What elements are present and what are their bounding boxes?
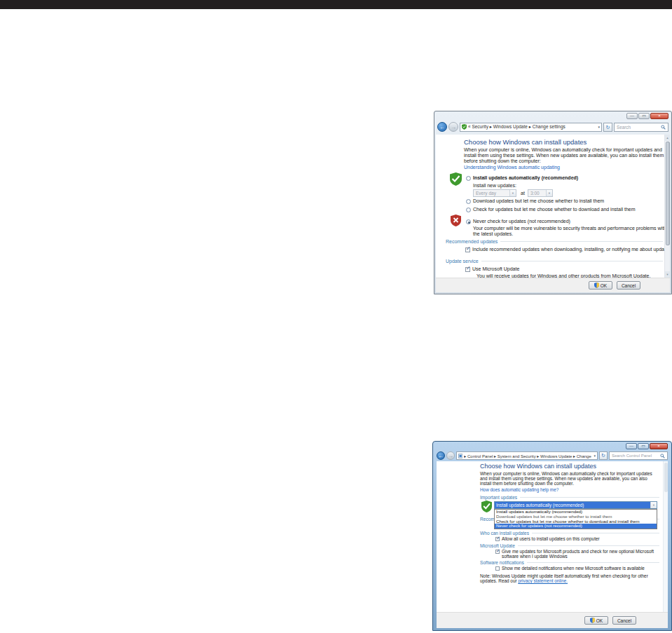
radio-check-updates[interactable] — [466, 207, 471, 212]
cancel-button-label: Cancel — [622, 283, 636, 288]
green-shield-check-icon — [481, 501, 492, 512]
ok-button-label: OK — [596, 618, 603, 623]
dropdown-option[interactable]: Install updates automatically (recommend… — [495, 510, 657, 515]
intro-text: When your computer is online, Windows ca… — [480, 471, 657, 486]
chevron-down-icon: ▾ — [546, 190, 552, 196]
window-change-settings-win7: — ▭ × ← → ▸ Control Panel ▸ System and S… — [432, 441, 672, 631]
minimize-icon[interactable]: — — [626, 113, 638, 119]
radio-download-updates-label: Download updates but let me choose wheth… — [473, 198, 604, 203]
important-updates-select[interactable]: Install updates automatically (recommend… — [494, 501, 657, 509]
search-placeholder: Search — [617, 125, 631, 130]
important-updates-dropdown-list: Install updates automatically (recommend… — [494, 509, 657, 529]
forward-button[interactable]: → — [448, 122, 458, 132]
address-bar[interactable]: « Security ▸ Windows Update ▸ Change set… — [460, 123, 602, 132]
maximize-icon[interactable]: ▭ — [638, 113, 650, 119]
section-rule — [481, 261, 663, 261]
vertical-scrollbar[interactable]: ▲ ▼ — [664, 135, 670, 278]
checkbox-allow-all-users[interactable]: ✓ — [495, 537, 500, 541]
scrollbar-thumb[interactable] — [664, 463, 668, 492]
time-value: 3:00 — [530, 191, 540, 196]
address-dropdown-icon[interactable]: ▾ — [598, 125, 600, 129]
breadcrumb[interactable]: ▸ Control Panel ▸ System and Security ▸ … — [464, 454, 592, 458]
help-link[interactable]: Understanding Windows automatic updating — [464, 165, 560, 170]
scroll-down-icon[interactable]: ▼ — [665, 271, 670, 278]
cancel-button-label: Cancel — [617, 618, 631, 623]
help-link[interactable]: How does automatic updating help me? — [480, 487, 558, 492]
page-title: Choose how Windows can install updates — [480, 463, 596, 470]
ok-button[interactable]: OK — [584, 616, 608, 625]
chevron-down-icon: ▾ — [650, 502, 657, 508]
checkbox-microsoft-products-label: Give me updates for Microsoft products a… — [502, 549, 661, 559]
checkbox-use-microsoft-update-label: Use Microsoft Update — [472, 266, 519, 271]
minimize-icon[interactable]: — — [626, 443, 637, 449]
install-new-updates-label: Install new updates: — [473, 183, 516, 188]
settings-content: Choose how Windows can install updates W… — [437, 461, 668, 612]
breadcrumb[interactable]: « Security ▸ Windows Update ▸ Change set… — [468, 124, 565, 130]
control-panel-icon — [458, 454, 462, 458]
close-icon[interactable]: × — [650, 113, 668, 119]
back-button[interactable]: ← — [437, 122, 447, 132]
refresh-button[interactable]: ↻ — [603, 123, 612, 132]
section-microsoft-update: Microsoft Update — [480, 543, 659, 548]
address-bar[interactable]: ▸ Control Panel ▸ System and Security ▸ … — [456, 451, 598, 460]
maximize-icon[interactable]: ▭ — [638, 443, 649, 449]
at-label: at — [521, 191, 525, 196]
button-bar: OK Cancel — [436, 278, 670, 292]
scrollbar-thumb[interactable] — [666, 142, 670, 245]
cancel-button[interactable]: Cancel — [617, 281, 640, 290]
chevron-down-icon: ▾ — [509, 190, 516, 196]
section-rule — [527, 562, 659, 563]
note-text: Note: Windows Update might update itself… — [480, 573, 664, 584]
checkbox-include-recommended[interactable]: ✓ — [465, 247, 470, 252]
ok-button[interactable]: OK — [589, 281, 612, 290]
page-top-black-bar — [0, 0, 672, 9]
green-shield-check-icon — [450, 172, 462, 186]
check-icon: ✓ — [496, 536, 500, 541]
section-software-notifications: Software notifications — [480, 560, 659, 565]
button-bar: OK Cancel — [437, 612, 668, 628]
dropdown-option[interactable]: Check for updates but let me choose whet… — [495, 519, 657, 524]
page-title: Choose how Windows can install updates — [464, 138, 587, 146]
cancel-button[interactable]: Cancel — [612, 616, 636, 625]
uac-shield-icon — [590, 618, 595, 623]
dropdown-option-highlighted[interactable]: Never check for updates (not recommended… — [495, 524, 657, 529]
section-recommended-updates: Recommended updates — [446, 239, 663, 244]
radio-never-check-label: Never check for updates (not recommended… — [473, 219, 570, 224]
search-icon — [660, 454, 665, 458]
section-rule — [500, 241, 663, 242]
dropdown-option[interactable]: Download updates but let me choose wheth… — [495, 515, 657, 519]
checkbox-detailed-notifications-label: Show me detailed notifications when new … — [502, 566, 645, 571]
radio-check-updates-label: Check for updates but let me choose whet… — [473, 207, 636, 212]
search-placeholder: Search Control Panel — [612, 454, 652, 458]
forward-button[interactable]: → — [446, 451, 455, 460]
checkbox-use-microsoft-update[interactable]: ✓ — [465, 267, 470, 272]
window-change-settings-vista: — ▭ × ← → « Security ▸ Windows Update ▸ … — [434, 111, 672, 294]
intro-text: When your computer is online, Windows ca… — [464, 147, 668, 164]
radio-install-automatically-label: Install updates automatically (recommend… — [473, 175, 578, 180]
search-input[interactable]: Search — [614, 123, 668, 132]
selected-option: Install updates automatically (recommend… — [495, 502, 650, 508]
ok-button-label: OK — [601, 283, 607, 288]
check-icon: ✓ — [496, 548, 500, 554]
refresh-button[interactable]: ↻ — [599, 451, 608, 460]
search-input[interactable]: Search Control Panel — [609, 451, 668, 460]
radio-download-updates[interactable] — [466, 199, 471, 204]
frequency-select[interactable]: Every day ▾ — [473, 189, 516, 197]
back-button[interactable]: ← — [437, 451, 445, 460]
address-dropdown-icon[interactable]: ▾ — [594, 454, 596, 458]
never-check-description: Your computer will be more vulnerable to… — [473, 226, 670, 236]
close-icon[interactable]: × — [650, 443, 668, 449]
radio-install-automatically[interactable] — [466, 176, 471, 181]
checkbox-allow-all-users-label: Allow all users to install updates on th… — [502, 536, 600, 541]
check-icon: ✓ — [466, 266, 471, 271]
scroll-up-icon[interactable]: ▲ — [665, 135, 670, 141]
checkbox-include-recommended-label: Include recommended updates when downloa… — [472, 247, 670, 252]
radio-never-check[interactable] — [466, 219, 471, 224]
section-rule — [532, 533, 659, 533]
red-shield-x-icon — [451, 215, 461, 226]
vertical-scrollbar[interactable] — [663, 461, 668, 612]
checkbox-detailed-notifications[interactable] — [495, 566, 500, 571]
privacy-statement-link[interactable]: privacy statement online. — [518, 578, 568, 583]
time-select[interactable]: 3:00 ▾ — [528, 189, 553, 197]
checkbox-microsoft-products[interactable]: ✓ — [495, 550, 500, 554]
